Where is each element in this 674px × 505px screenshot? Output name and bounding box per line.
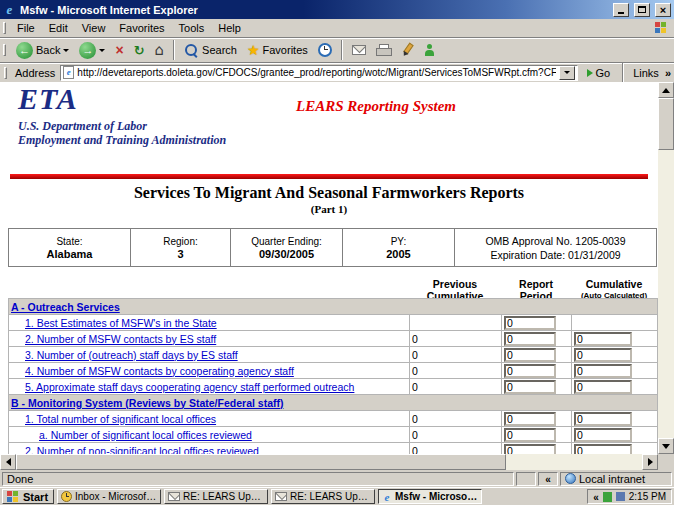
start-button[interactable]: Start [2, 489, 54, 504]
report-period-input[interactable] [504, 332, 556, 346]
search-button[interactable]: Search [180, 39, 241, 61]
system-title: LEARS Reporting System [296, 98, 456, 115]
address-input[interactable] [77, 66, 555, 79]
vertical-scrollbar[interactable] [658, 82, 674, 454]
report-period-input[interactable] [504, 412, 556, 426]
scroll-right-button[interactable] [642, 454, 658, 470]
address-dropdown-button[interactable] [559, 66, 575, 80]
arrow-left-icon [6, 458, 11, 466]
tray-icon[interactable] [616, 492, 625, 501]
report-period-cell [502, 443, 572, 455]
report-period-input[interactable] [504, 348, 556, 362]
section-link[interactable]: A - Outreach Services [11, 301, 120, 313]
py-label: PY: [344, 236, 453, 247]
page-content: ETA U.S. Department of Labor Employment … [0, 82, 658, 454]
cumulative-input[interactable] [574, 412, 632, 426]
arrow-down-icon [662, 444, 670, 449]
section-link[interactable]: B - Monitoring System (Reviews by State/… [11, 397, 283, 409]
row-link[interactable]: 1. Best Estimates of MSFW's in the State [25, 317, 217, 329]
maximize-button[interactable] [634, 3, 650, 17]
row-link[interactable]: 5. Approximate staff days cooperating ag… [25, 381, 354, 393]
close-button[interactable] [655, 3, 671, 17]
vertical-scrollbar-thumb[interactable] [658, 98, 674, 150]
standard-toolbar: ← Back → × ↻ ⌂ Search ★ Favorites [0, 37, 674, 62]
row-link[interactable]: 2. Number of MSFW contacts by ES staff [25, 333, 216, 345]
print-button[interactable] [372, 39, 394, 61]
tray-chevron-icon[interactable] [593, 491, 599, 503]
table-row: 3. Number of (outreach) staff days by ES… [9, 347, 658, 363]
horizontal-scrollbar[interactable] [0, 454, 658, 470]
back-dropdown-icon[interactable] [63, 49, 69, 52]
address-field [60, 65, 577, 81]
menu-item-help[interactable]: Help [211, 20, 248, 36]
address-label: Address [15, 67, 56, 79]
status-bar: Done Local intranet [0, 470, 674, 487]
menu-item-edit[interactable]: Edit [42, 20, 75, 36]
history-button[interactable] [314, 39, 336, 61]
home-button[interactable]: ⌂ [151, 39, 169, 61]
taskbar-task[interactable]: Msfw - Microsoft Inte... [378, 489, 482, 504]
row-link[interactable]: 1. Total number of significant local off… [25, 413, 216, 425]
cumulative-input[interactable] [574, 332, 632, 346]
toolbar-drag-handle[interactable] [4, 67, 7, 79]
tray-icon[interactable] [603, 492, 612, 502]
cumulative-cell [572, 443, 658, 455]
task-label: Msfw - Microsoft Inte... [395, 491, 478, 502]
cumulative-input[interactable] [574, 444, 632, 455]
zone-text: Local intranet [579, 473, 645, 485]
mail-icon [168, 492, 180, 501]
links-chevron-icon[interactable] [665, 67, 671, 79]
chevron-left-icon [545, 473, 551, 485]
mail-button[interactable] [348, 39, 370, 61]
browser-window: Msfw - Microsoft Internet Explorer FileE… [0, 0, 674, 505]
cumulative-input[interactable] [574, 348, 632, 362]
go-button[interactable]: Go [582, 64, 616, 81]
favorites-button[interactable]: ★ Favorites [243, 39, 312, 61]
edit-button[interactable] [396, 39, 417, 61]
cumulative-input[interactable] [574, 428, 632, 442]
cumulative-input[interactable] [574, 380, 632, 394]
row-link[interactable]: 4. Number of MSFW contacts by cooperatin… [25, 365, 294, 377]
links-label[interactable]: Links [631, 67, 661, 79]
row-link[interactable]: 2. Number of non-significant local offic… [25, 445, 259, 455]
scroll-down-button[interactable] [658, 438, 674, 454]
task-label: RE: LEARS Updates - Me... [183, 491, 264, 502]
back-label: Back [36, 44, 60, 56]
back-button[interactable]: ← Back [12, 39, 73, 61]
menu-item-view[interactable]: View [75, 20, 113, 36]
report-period-input[interactable] [504, 444, 556, 455]
minimize-icon [618, 12, 624, 14]
taskbar-task[interactable]: RE: LEARS Updates - Me... [271, 489, 375, 504]
scroll-up-button[interactable] [658, 82, 674, 98]
forward-button[interactable]: → [75, 39, 109, 61]
report-period-input[interactable] [504, 380, 556, 394]
row-link[interactable]: a. Number of significant local offices r… [39, 429, 252, 441]
scroll-left-button[interactable] [0, 454, 16, 470]
outlook-icon [61, 491, 72, 502]
report-part: (Part 1) [0, 203, 658, 215]
menu-item-file[interactable]: File [10, 20, 42, 36]
menu-item-tools[interactable]: Tools [172, 20, 212, 36]
stop-button[interactable]: × [111, 39, 127, 61]
row-link[interactable]: 3. Number of (outreach) staff days by ES… [25, 349, 238, 361]
row-label-cell: a. Number of significant local offices r… [9, 427, 410, 443]
menu-item-favorites[interactable]: Favorites [112, 20, 171, 36]
minimize-button[interactable] [613, 3, 629, 17]
windows-flag-icon [7, 491, 20, 503]
horizontal-scrollbar-thumb[interactable] [16, 454, 506, 470]
toolbar-drag-handle[interactable] [3, 22, 6, 34]
report-period-input[interactable] [504, 316, 556, 330]
cumulative-input[interactable] [574, 364, 632, 378]
taskbar-task[interactable]: Inbox - Microsoft Outlook [57, 489, 161, 504]
ie-logo-icon[interactable] [3, 2, 16, 18]
taskbar-task[interactable]: RE: LEARS Updates - Me... [164, 489, 268, 504]
address-bar: Address Go Links [0, 62, 674, 82]
report-period-input[interactable] [504, 428, 556, 442]
state-label: State: [10, 236, 129, 247]
toolbar-drag-handle[interactable] [3, 44, 6, 56]
refresh-button[interactable]: ↻ [130, 39, 149, 61]
py-cell: PY: 2005 [343, 229, 455, 267]
messenger-button[interactable] [419, 39, 440, 61]
forward-dropdown-icon[interactable] [99, 49, 105, 52]
report-period-input[interactable] [504, 364, 556, 378]
